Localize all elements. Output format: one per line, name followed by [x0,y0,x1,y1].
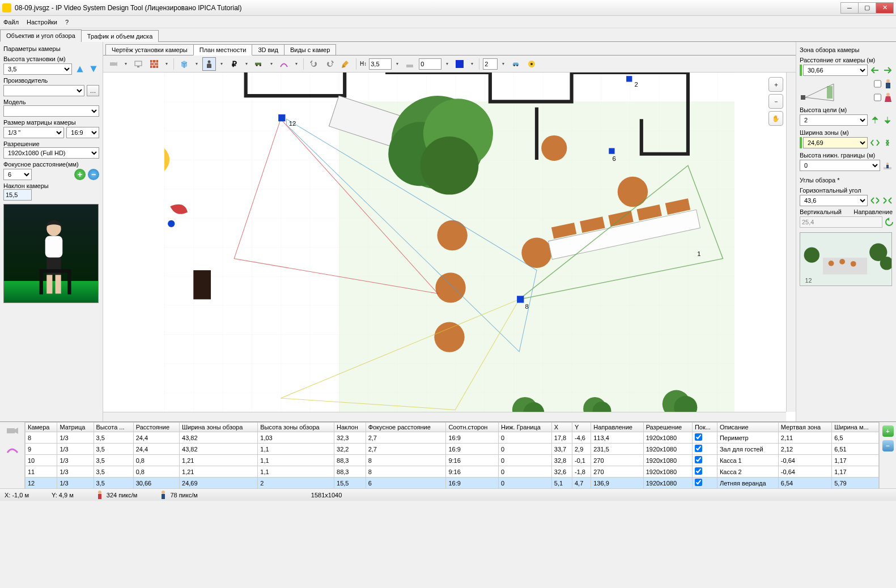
table-cell[interactable]: 113,4 [591,432,643,444]
table-row[interactable]: 81/33,524,443,821,0332,32,716:9017,8-4,6… [26,432,879,444]
tool-color-icon[interactable] [453,57,466,71]
table-cell[interactable]: 8 [26,432,57,444]
table-cell[interactable]: 3,5 [94,432,133,444]
table-header[interactable]: Наклон [334,423,366,432]
table-cell[interactable]: 5,1 [551,478,572,489]
tool-wall-icon[interactable] [147,57,161,71]
table-cell[interactable] [692,478,717,489]
table-cell[interactable]: 2,7 [366,444,446,455]
table-header[interactable]: Y [572,423,591,432]
table-cell[interactable]: 32,2 [334,444,366,455]
table-header[interactable]: Ширина зоны обзора [180,423,258,432]
table-cell[interactable]: 15,5 [334,478,366,489]
lower-height-select[interactable]: 0 [800,160,880,171]
table-cell[interactable]: 6,5 [832,432,879,444]
height-up-icon[interactable] [74,63,86,75]
table-header[interactable]: Ширина м... [832,423,879,432]
tool-broom-icon[interactable] [339,57,353,71]
ha-contract-icon[interactable] [882,195,893,206]
table-cell[interactable]: 1/3 [57,478,94,489]
table-cell[interactable]: 0 [499,478,552,489]
table-cell[interactable]: 1,03 [258,432,334,444]
dist-left-icon[interactable] [870,65,880,75]
table-header[interactable]: Матрица [57,423,94,432]
tool-box-dropdown[interactable]: ▾ [193,57,200,71]
table-cell[interactable]: 32,6 [551,466,572,478]
maximize-button[interactable]: ▢ [858,2,876,14]
table-cell[interactable]: 4,7 [572,478,591,489]
dist-right-icon[interactable] [882,65,893,75]
table-header[interactable]: Соотн.сторон [446,423,499,432]
zoom-in-button[interactable]: ＋ [768,77,783,92]
toolbar-num-dropdown[interactable]: ▾ [500,57,507,71]
table-cell[interactable]: 3,5 [94,478,133,489]
menu-help[interactable]: ? [65,19,69,25]
table-header[interactable]: Направление [591,423,643,432]
th-down-icon[interactable] [882,115,893,125]
row-visible-checkbox[interactable] [695,467,702,475]
table-cell[interactable] [692,432,717,444]
tool-floor-icon[interactable] [403,57,417,71]
table-cell[interactable]: 17,8 [551,432,572,444]
table-cell[interactable]: 16:9 [446,444,499,455]
row-visible-checkbox[interactable] [695,445,702,452]
tool-car-icon[interactable] [509,57,523,71]
table-cell[interactable]: 24,4 [133,432,179,444]
tool-cable-icon[interactable] [277,57,291,71]
zone-width-select[interactable]: 24,69 [803,137,868,148]
tool-person-dropdown[interactable]: ▾ [218,57,225,71]
manufacturer-select[interactable] [3,85,84,96]
table-cell[interactable]: 24,69 [180,478,258,489]
menu-file[interactable]: Файл [3,19,19,25]
table-cell[interactable]: 3,5 [94,455,133,466]
table-cell[interactable]: 0 [499,444,552,455]
target-man-checkbox[interactable] [874,78,881,90]
remove-row-button[interactable]: − [882,440,894,451]
table-header[interactable]: Расстояние [133,423,179,432]
sensor-select[interactable]: 1/3 " [3,127,64,138]
tab-install-drawing[interactable]: Чертёж установки камеры [105,44,194,55]
rotate-ccw-icon[interactable] [885,217,894,227]
table-cell[interactable]: Периметр [717,432,778,444]
table-cell[interactable]: -0,64 [778,466,831,478]
table-cell[interactable]: 1920x1080 [643,444,692,455]
table-cell[interactable]: 1920x1080 [643,432,692,444]
table-header[interactable]: Пок... [692,423,717,432]
tool-color-dropdown[interactable]: ▾ [469,57,475,71]
table-cell[interactable]: 16:9 [446,432,499,444]
table-cell[interactable]: Летняя веранда [717,478,778,489]
table-cell[interactable]: 0 [499,432,552,444]
camera-table[interactable]: КамераМатрицаВысота ...РасстояниеШирина … [25,422,879,488]
table-cell[interactable]: 2,9 [572,444,591,455]
model-select[interactable] [3,105,99,117]
zw-wide-icon[interactable] [882,138,893,148]
table-cell[interactable]: 2 [258,478,334,489]
focal-minus-button[interactable]: − [88,169,99,180]
table-cell[interactable]: 0 [499,455,552,466]
table-cell[interactable]: Касса 1 [717,455,778,466]
table-cell[interactable]: 5,79 [832,478,879,489]
table-header[interactable]: Камера [26,423,57,432]
table-cell[interactable]: 11 [26,466,57,478]
tool-measure-icon[interactable] [525,57,538,71]
toolbar-width-input[interactable] [419,58,441,70]
add-row-button[interactable]: + [882,425,894,437]
table-header[interactable]: X [551,423,572,432]
table-cell[interactable]: 2,12 [778,444,831,455]
tool-camera-dropdown[interactable]: ▾ [122,57,129,71]
menu-settings[interactable]: Настройки [27,19,57,25]
tilt-input[interactable] [3,189,32,201]
row-visible-checkbox[interactable] [695,479,702,486]
tab-camera-views[interactable]: Виды с камер [284,44,336,55]
tool-undo-icon[interactable] [307,57,321,71]
table-header[interactable]: Разрешение [643,423,692,432]
focal-select[interactable]: 6 [3,169,32,180]
resolution-select[interactable]: 1920x1080 (Full HD) [3,147,99,159]
table-cell[interactable]: 6 [366,478,446,489]
table-cell[interactable]: 1,17 [832,455,879,466]
table-cell[interactable]: 24,4 [133,444,179,455]
tool-vehicle-icon[interactable] [252,57,266,71]
tool-currency-icon[interactable]: ₽ [227,57,241,71]
table-cell[interactable]: Касса 2 [717,466,778,478]
table-cell[interactable]: 1,1 [258,444,334,455]
